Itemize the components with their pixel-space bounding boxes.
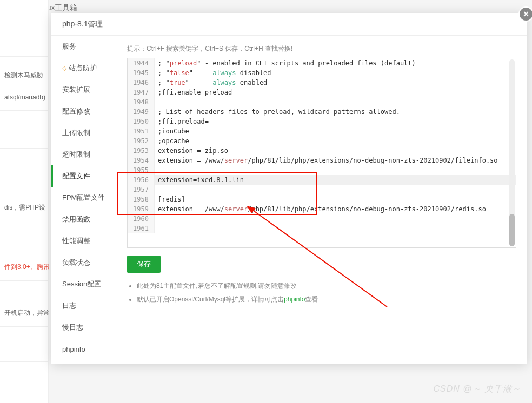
line-code[interactable]: ;opcache bbox=[155, 136, 516, 146]
sidebar-item-timeout[interactable]: 超时限制 bbox=[51, 144, 116, 165]
editor-line[interactable]: 1948 bbox=[128, 97, 516, 107]
line-code[interactable]: extension = zip.so bbox=[155, 146, 516, 156]
sidebar-item-site-defense[interactable]: ◇站点防护 bbox=[51, 57, 116, 79]
editor-hint: 提示：Ctrl+F 搜索关键字，Ctrl+S 保存，Ctrl+H 查找替换! bbox=[127, 44, 516, 53]
notes-list: 此处为81主配置文件,若您不了解配置规则,请勿随意修改 默认已开启Openssl… bbox=[127, 281, 516, 304]
sidebar-label: 性能调整 bbox=[62, 236, 90, 246]
line-code[interactable]: [redis] bbox=[155, 194, 516, 204]
line-number: 1957 bbox=[128, 185, 155, 194]
sidebar-item-config-edit[interactable]: 配置修改 bbox=[51, 100, 116, 122]
editor-line[interactable]: 1956extension=ixed.8.1.lin bbox=[128, 175, 516, 185]
editor-line[interactable]: 1944; "preload" - enabled in CLI scripts… bbox=[128, 58, 516, 68]
sidebar-item-disable-fn[interactable]: 禁用函数 bbox=[51, 209, 116, 230]
line-code[interactable]: extension=ixed.8.1.lin bbox=[155, 175, 516, 185]
note-2: 默认已开启Openssl/Curl/Mysql等扩展，详情可点击phpinfo查… bbox=[137, 295, 516, 304]
editor-line[interactable]: 1960 bbox=[128, 214, 516, 224]
bg-row bbox=[0, 30, 49, 57]
line-number: 1947 bbox=[128, 88, 155, 97]
sidebar-label: 安装扩展 bbox=[62, 85, 90, 95]
line-number: 1944 bbox=[128, 58, 155, 68]
sidebar-item-session[interactable]: Session配置 bbox=[51, 273, 116, 295]
scrollbar-thumb[interactable] bbox=[509, 214, 515, 246]
line-number: 1958 bbox=[128, 194, 155, 204]
code-editor[interactable]: 1944; "preload" - enabled in CLI scripts… bbox=[127, 58, 516, 248]
sidebar-label: Session配置 bbox=[62, 279, 101, 289]
line-code[interactable] bbox=[155, 97, 516, 107]
line-number: 1960 bbox=[128, 214, 155, 224]
editor-line[interactable]: 1946; "true" - always enabled bbox=[128, 78, 516, 88]
sidebar-label: 上传限制 bbox=[62, 128, 90, 138]
line-number: 1951 bbox=[128, 126, 155, 136]
line-code[interactable] bbox=[155, 165, 516, 175]
line-code[interactable]: ; "false" - always disabled bbox=[155, 68, 516, 78]
sidebar-label: 配置修改 bbox=[62, 106, 90, 116]
line-code[interactable]: ; "preload" - enabled in CLI scripts and… bbox=[155, 58, 516, 68]
modal-sidebar: 服务◇站点防护安装扩展配置修改上传限制超时限制配置文件FPM配置文件禁用函数性能… bbox=[51, 36, 116, 364]
editor-line[interactable]: 1959extension = /www/server/php/81/lib/p… bbox=[128, 204, 516, 214]
save-button[interactable]: 保存 bbox=[127, 256, 161, 273]
bg-row: dis，需PHP设 bbox=[0, 194, 49, 221]
line-number: 1961 bbox=[128, 224, 155, 233]
sidebar-item-install-ext[interactable]: 安装扩展 bbox=[51, 79, 116, 100]
editor-line[interactable]: 1957 bbox=[128, 185, 516, 194]
line-number: 1955 bbox=[128, 165, 155, 175]
line-code[interactable]: ;ionCube bbox=[155, 126, 516, 136]
watermark: CSDN @～ 央千澈～ bbox=[434, 384, 521, 395]
line-number: 1949 bbox=[128, 107, 155, 117]
phpinfo-link[interactable]: phpinfo bbox=[284, 295, 305, 303]
sidebar-item-phpinfo[interactable]: phpinfo bbox=[51, 338, 116, 360]
editor-line[interactable]: 1947;ffi.enable=preload bbox=[128, 88, 516, 97]
line-code[interactable]: ; "true" - always enabled bbox=[155, 78, 516, 88]
sidebar-label: FPM配置文件 bbox=[62, 193, 105, 203]
sidebar-label: 站点防护 bbox=[69, 63, 97, 73]
line-number: 1950 bbox=[128, 117, 155, 126]
editor-line[interactable]: 1950;ffi.preload= bbox=[128, 117, 516, 126]
diamond-icon: ◇ bbox=[62, 65, 66, 72]
sidebar-item-log[interactable]: 日志 bbox=[51, 295, 116, 317]
line-number: 1956 bbox=[128, 175, 155, 185]
line-code[interactable] bbox=[155, 185, 516, 194]
editor-line[interactable]: 1951;ionCube bbox=[128, 126, 516, 136]
sidebar-label: 超时限制 bbox=[62, 150, 90, 159]
line-number: 1945 bbox=[128, 68, 155, 78]
editor-line[interactable]: 1961 bbox=[128, 224, 516, 233]
sidebar-item-upload-limit[interactable]: 上传限制 bbox=[51, 122, 116, 144]
bg-row: 开机启动，异常 bbox=[0, 300, 49, 327]
line-number: 1952 bbox=[128, 136, 155, 146]
scrollbar-track[interactable] bbox=[509, 59, 515, 246]
modal-content: 提示：Ctrl+F 搜索关键字，Ctrl+S 保存，Ctrl+H 查找替换! 1… bbox=[116, 36, 527, 364]
editor-line[interactable]: 1955 bbox=[128, 165, 516, 175]
editor-line[interactable]: 1945; "false" - always disabled bbox=[128, 68, 516, 78]
php-manage-modal: × php-8.1管理 服务◇站点防护安装扩展配置修改上传限制超时限制配置文件F… bbox=[51, 13, 527, 364]
sidebar-item-load[interactable]: 负载状态 bbox=[51, 252, 116, 273]
sidebar-label: 配置文件 bbox=[62, 171, 90, 181]
editor-line[interactable]: 1949; List of headers files to preload, … bbox=[128, 107, 516, 117]
sidebar-label: 禁用函数 bbox=[62, 214, 90, 224]
editor-line[interactable]: 1958[redis] bbox=[128, 194, 516, 204]
bg-row: atsql/mariadb) bbox=[0, 84, 49, 111]
line-code[interactable]: ; List of headers files to preload, wild… bbox=[155, 107, 516, 117]
line-code[interactable]: ;ffi.preload= bbox=[155, 117, 516, 126]
editor-line[interactable]: 1952;opcache bbox=[128, 136, 516, 146]
sidebar-item-slow-log[interactable]: 慢日志 bbox=[51, 317, 116, 338]
bg-row bbox=[0, 335, 49, 362]
sidebar-item-service[interactable]: 服务 bbox=[51, 36, 116, 57]
bg-row: 件到3.0+。腾讯 bbox=[0, 254, 49, 281]
line-code[interactable]: extension = /www/server/php/81/lib/php/e… bbox=[155, 156, 516, 165]
bg-row bbox=[0, 159, 49, 186]
close-icon: × bbox=[523, 9, 529, 20]
modal-title: php-8.1管理 bbox=[51, 13, 527, 36]
sidebar-item-perf[interactable]: 性能调整 bbox=[51, 230, 116, 252]
line-code[interactable] bbox=[155, 214, 516, 224]
sidebar-label: 日志 bbox=[62, 301, 76, 311]
line-code[interactable]: ;ffi.enable=preload bbox=[155, 88, 516, 97]
editor-line[interactable]: 1954extension = /www/server/php/81/lib/p… bbox=[128, 156, 516, 165]
line-number: 1954 bbox=[128, 156, 155, 165]
line-code[interactable] bbox=[155, 224, 516, 233]
close-button[interactable]: × bbox=[518, 6, 532, 22]
editor-line[interactable]: 1953extension = zip.so bbox=[128, 146, 516, 156]
line-code[interactable]: extension = /www/server/php/81/lib/php/e… bbox=[155, 204, 516, 214]
line-number: 1946 bbox=[128, 78, 155, 88]
sidebar-item-config-file[interactable]: 配置文件 bbox=[51, 165, 116, 187]
sidebar-item-fpm-config[interactable]: FPM配置文件 bbox=[51, 187, 116, 209]
